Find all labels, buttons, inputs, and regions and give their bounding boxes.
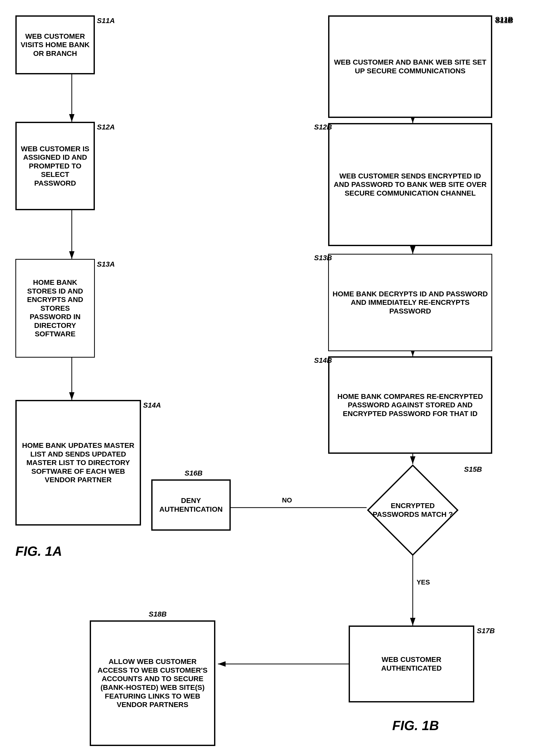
- step-label-s18b: S18B: [149, 610, 167, 618]
- step-label-s12b: S12B: [314, 123, 332, 131]
- step-s15b: ENCRYPTED PASSWORDS MATCH ?: [367, 464, 459, 556]
- step-s11b: WEB CUSTOMER AND BANK WEB SITE SET UP SE…: [328, 15, 492, 118]
- fig1a-label: FIG. 1A: [15, 543, 62, 559]
- step-s13b: HOME BANK DECRYPTS ID AND PASSWORD AND I…: [328, 254, 492, 351]
- step-label-s11a: S11A: [97, 17, 115, 25]
- step-label-s15b: S15B: [464, 465, 482, 473]
- step-s14b: HOME BANK COMPARES RE-ENCRYPTED PASSWORD…: [328, 356, 492, 454]
- step-s18b: ALLOW WEB CUSTOMER ACCESS TO WEB CUSTOME…: [90, 620, 215, 746]
- step-label-s17b: S17B: [477, 627, 495, 635]
- step-s14a: HOME BANK UPDATES MASTER LIST AND SENDS …: [15, 400, 141, 526]
- step-s17b: WEB CUSTOMER AUTHENTICATED: [349, 626, 474, 702]
- step-s12b: WEB CUSTOMER SENDS ENCRYPTED ID AND PASS…: [328, 123, 492, 246]
- step-label-s14a: S14A: [143, 401, 161, 409]
- fig1b-label: FIG. 1B: [392, 718, 439, 733]
- step-s13a: HOME BANK STORES ID AND ENCRYPTS AND STO…: [15, 259, 95, 358]
- svg-text:YES: YES: [417, 578, 430, 586]
- svg-text:NO: NO: [282, 496, 292, 504]
- step-s12a: WEB CUSTOMER IS ASSIGNED ID AND PROMPTED…: [15, 122, 95, 210]
- step-label-s14b: S14B: [314, 356, 332, 365]
- step-label-s11b-2: S11B: [495, 17, 513, 25]
- step-s16b: DENY AUTHENTICATION: [151, 479, 231, 531]
- diagram-container: NO YES WEB CUSTOMER VISITS HOME BANK OR …: [0, 0, 544, 756]
- step-s15b-text: ENCRYPTED PASSWORDS MATCH ?: [367, 496, 459, 524]
- step-label-s12a: S12A: [97, 123, 115, 131]
- step-label-s13a: S13A: [97, 260, 115, 268]
- step-label-s13b: S13B: [314, 254, 332, 262]
- step-label-s16b: S16B: [185, 469, 203, 477]
- step-s11a: WEB CUSTOMER VISITS HOME BANK OR BRANCH: [15, 15, 95, 74]
